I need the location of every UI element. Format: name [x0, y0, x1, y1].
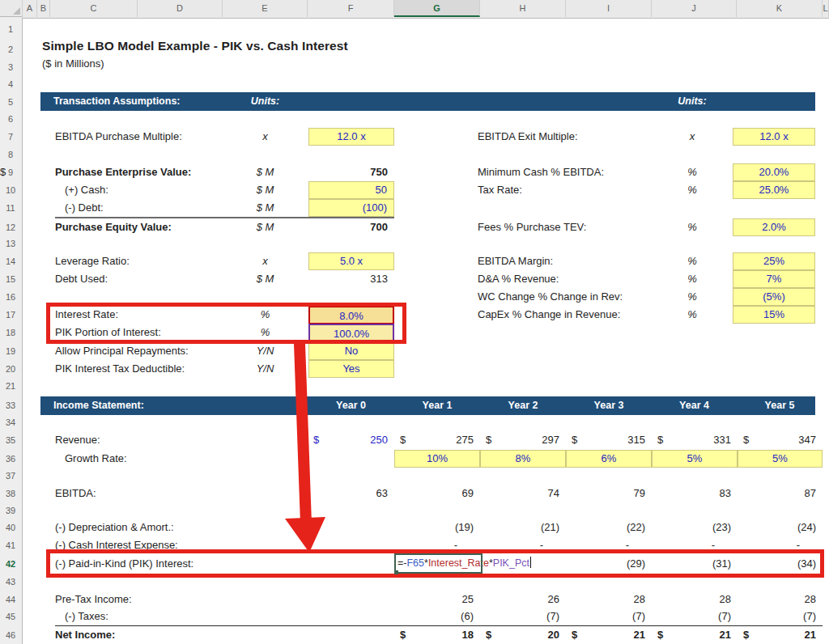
value-cell[interactable]: 5% [652, 450, 738, 468]
value-cell[interactable]: (7) [480, 608, 566, 625]
value-cell[interactable]: 28 [652, 591, 738, 608]
input-cell[interactable]: No [308, 342, 394, 360]
value-cell[interactable]: (24) [738, 519, 823, 536]
row-da-pct-revenue: D&A % Revenue: % 7% [0, 270, 829, 288]
value-cell[interactable]: (6) [394, 608, 480, 625]
value-cell[interactable]: $347 [738, 431, 823, 449]
row-header-13[interactable]: 13 [0, 235, 21, 252]
row-header-6[interactable]: 6 [0, 111, 21, 127]
value-cell[interactable]: 25 [394, 591, 480, 608]
cell-value: (24) [797, 519, 823, 536]
value-cell[interactable]: - [566, 536, 652, 554]
value-cell[interactable]: (7) [652, 608, 738, 625]
input-cell[interactable]: 2.0% [733, 218, 815, 236]
column-header-C[interactable]: C [50, 0, 138, 17]
cell-value: 21 [805, 626, 823, 644]
row-header-4[interactable]: 4 [0, 76, 21, 92]
value-cell[interactable]: $297 [480, 431, 566, 449]
value-cell[interactable]: $315 [566, 431, 652, 449]
value-cell[interactable]: $21 [566, 626, 652, 644]
value-cell[interactable]: (23) [652, 519, 738, 536]
value-cell[interactable]: (21) [480, 519, 566, 536]
input-cell[interactable]: 25.0% [733, 181, 815, 199]
formula-edit-cell[interactable]: =-F65*Interest_Rate*PIK_Pct [395, 555, 569, 572]
row-header-2[interactable]: 2 [0, 41, 21, 57]
row-header-1[interactable]: 1 [0, 21, 21, 37]
row-header-21[interactable]: 21 [0, 378, 21, 394]
row-allow-principal-repayments: Allow Principal Repayments: Y/N No [0, 342, 829, 360]
column-header-G[interactable]: G [394, 0, 480, 17]
input-cell[interactable]: 20.0% [733, 163, 815, 181]
value-cell[interactable]: (19) [394, 519, 480, 536]
input-cell[interactable]: 7% [733, 270, 815, 288]
value-cell[interactable]: 74 [480, 485, 566, 502]
value-cell[interactable]: 5% [738, 450, 823, 468]
select-all-corner[interactable] [0, 0, 23, 17]
cell-value: - [454, 536, 480, 554]
currency-symbol: $ [738, 431, 749, 449]
column-header-A[interactable]: A [23, 0, 37, 17]
value-cell[interactable]: (34) [738, 555, 823, 573]
column-header-I[interactable]: I [566, 0, 652, 17]
value-cell[interactable]: (7) [738, 608, 823, 625]
value-cell[interactable]: $20 [480, 626, 566, 644]
row-header-34[interactable]: 34 [0, 414, 21, 430]
value-cell[interactable]: (22) [566, 519, 652, 536]
column-header-H[interactable]: H [480, 0, 566, 17]
value-cell[interactable]: 10% [394, 450, 480, 468]
column-header-D[interactable]: D [138, 0, 223, 17]
value-cell[interactable]: - [394, 536, 480, 554]
row-header-8[interactable]: 8 [0, 146, 21, 163]
row-capex-change: CapEx % Change in Revenue: % 15% [0, 306, 829, 324]
value-cell[interactable]: 28 [566, 591, 652, 608]
value-cell[interactable]: $18 [394, 626, 480, 644]
input-cell[interactable]: (5%) [733, 288, 815, 306]
row-header-5[interactable]: 5 [0, 94, 21, 110]
column-header-J[interactable]: J [652, 0, 737, 17]
value-cell[interactable]: 79 [566, 485, 652, 502]
row-pik-portion: PIK Portion of Interest: % 100.0% [0, 324, 829, 341]
value-cell[interactable]: 6% [566, 450, 652, 468]
value-cell[interactable]: 69 [394, 485, 480, 502]
input-cell[interactable]: 15% [733, 306, 815, 324]
value-cell[interactable]: 63 [308, 485, 394, 502]
value-cell[interactable]: $275 [394, 431, 480, 449]
input-cell[interactable]: 12.0 x [733, 128, 815, 146]
row-label: (-) Taxes: [65, 608, 108, 625]
row-header-37[interactable]: 37 [0, 468, 21, 484]
cell-value: (22) [627, 519, 652, 536]
currency-symbol: $ [308, 431, 319, 449]
column-header-K[interactable]: K [737, 0, 823, 17]
value-cell[interactable]: $21 [738, 626, 823, 644]
cell-value: (23) [712, 519, 738, 536]
value-cell[interactable]: 8% [480, 450, 566, 468]
value-cell[interactable]: (31) [652, 555, 738, 573]
column-header-E[interactable]: E [223, 0, 308, 17]
row-header-39[interactable]: 39 [0, 502, 21, 519]
value-cell[interactable]: $331 [652, 431, 738, 449]
column-header-B[interactable]: B [37, 0, 50, 17]
value-cell[interactable]: 83 [652, 485, 738, 502]
input-cell[interactable]: (100) [308, 199, 394, 217]
column-header-L[interactable]: L [823, 0, 829, 17]
input-cell[interactable]: 25% [733, 252, 815, 270]
value-cell[interactable]: - [480, 536, 566, 554]
value-cell[interactable]: - [652, 536, 738, 554]
input-cell-pik-pct[interactable]: 100.0% [308, 324, 394, 342]
cell-value: 18 [462, 626, 480, 644]
input-cell[interactable]: Yes [308, 360, 394, 378]
row-header-43[interactable]: 43 [0, 574, 21, 590]
value-cell[interactable]: 87 [738, 485, 823, 502]
value-cell[interactable]: - [738, 536, 823, 554]
value-cell[interactable]: $21 [652, 626, 738, 644]
value-cell[interactable]: 26 [480, 591, 566, 608]
value-cell[interactable]: (7) [566, 608, 652, 625]
row-header-3[interactable]: 3 [0, 59, 21, 75]
row-debt: (-) Debt: $ M (100) [0, 199, 829, 217]
value-cell[interactable]: (29) [566, 555, 652, 573]
row-label: Pre-Tax Income: [55, 591, 132, 608]
value-cell[interactable]: $250 [308, 431, 394, 449]
column-header-F[interactable]: F [308, 0, 394, 17]
value-cell[interactable]: 28 [738, 591, 823, 608]
row-header-33[interactable]: 33 [0, 397, 21, 413]
